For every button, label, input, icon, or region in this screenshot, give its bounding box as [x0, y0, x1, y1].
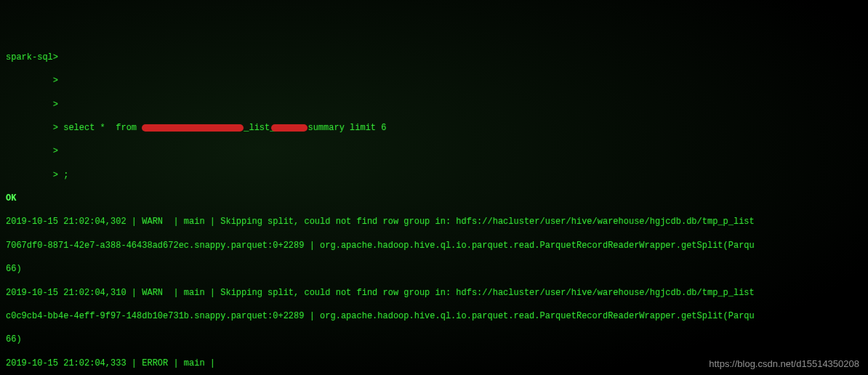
- warn-log-line: 66): [6, 263, 862, 275]
- redacted-table-part: [271, 124, 308, 132]
- continuation-line: >: [6, 145, 862, 157]
- warn-log-line: c0c9cb4-bb4e-4eff-9f97-148db10e731b.snap…: [6, 310, 862, 322]
- continuation-line: >: [6, 75, 862, 86]
- warn-log-line: 2019-10-15 21:02:04,310 | WARN | main | …: [6, 287, 862, 299]
- continuation-line: >: [6, 99, 862, 110]
- warn-log-line: 2019-10-15 21:02:04,302 | WARN | main | …: [6, 216, 862, 227]
- query-line: > select * from _list_summary limit 6: [6, 122, 862, 134]
- query-terminator: > ;: [6, 169, 862, 181]
- warn-log-line: 66): [6, 334, 862, 345]
- ok-status: OK: [6, 193, 862, 204]
- query-suffix: summary limit 6: [308, 123, 386, 133]
- redacted-db-name: [142, 124, 244, 132]
- warn-log-line: 7067df0-8871-42e7-a388-46438ad672ec.snap…: [6, 240, 862, 251]
- query-prefix: > select * from: [6, 123, 142, 133]
- watermark-url: https://blog.csdn.net/d15514350208: [709, 358, 859, 371]
- prompt-line: spark-sql>: [6, 52, 862, 63]
